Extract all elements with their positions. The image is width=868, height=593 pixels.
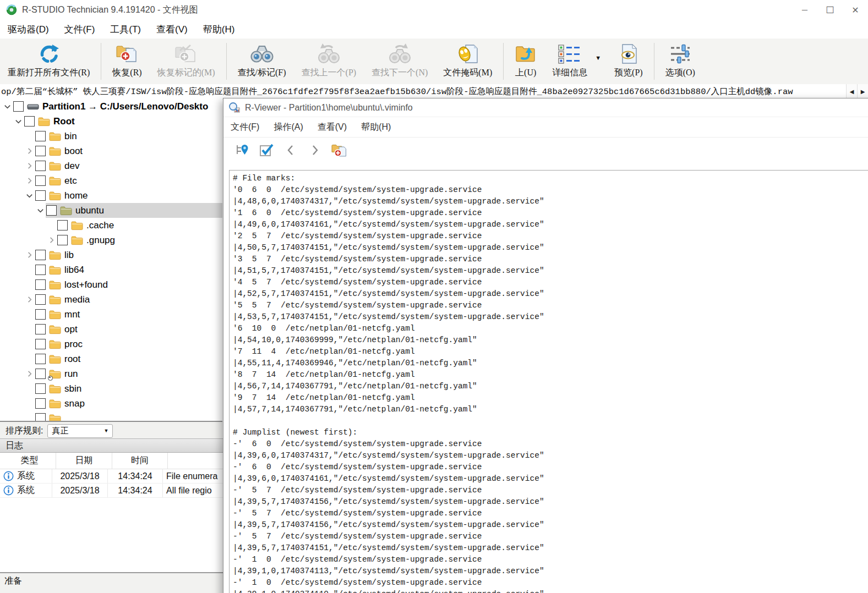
toolbar-button-find-next[interactable]: 查找下一个(N)	[364, 39, 435, 84]
chevron-down-icon[interactable]	[35, 205, 46, 216]
tree-item-media[interactable]: media	[0, 292, 222, 307]
tree-item-opt[interactable]: opt	[0, 322, 222, 337]
path-scroll-right-button[interactable]: ▶	[857, 84, 868, 99]
toolbar-button-reopen[interactable]: 重新打开所有文件(R)	[0, 39, 97, 84]
tree-item-root[interactable]: Root	[0, 114, 222, 129]
rviewer-menu-item-a[interactable]: 操作(A)	[266, 122, 310, 133]
tree-item-sbin[interactable]: sbin	[0, 381, 222, 396]
tree-checkbox[interactable]	[35, 250, 46, 260]
tree-checkbox[interactable]	[24, 116, 35, 127]
toolbar-button-preview[interactable]: 预览(P)	[607, 39, 651, 84]
menu-item-v[interactable]: 查看(V)	[149, 23, 195, 36]
tree-item-run[interactable]: run	[0, 366, 222, 381]
tree-spacer	[24, 309, 35, 320]
tree-item-lib[interactable]: lib	[0, 248, 222, 262]
toolbar-separator	[226, 43, 227, 80]
tree-checkbox[interactable]	[35, 413, 46, 421]
tree-item-root[interactable]: root	[0, 352, 222, 366]
tree-item-cache[interactable]: .cache	[0, 218, 222, 233]
tree-checkbox[interactable]	[46, 205, 57, 216]
tree-item-dev[interactable]: dev	[0, 158, 222, 173]
tree-checkbox[interactable]	[35, 398, 46, 409]
file-content-view[interactable]: # File marks:'0 6 0 /etc/systemd/system/…	[229, 170, 868, 593]
toolbar-button-recover-marked[interactable]: 恢复标记的(M)	[150, 39, 223, 84]
viewer-text-line: '0 6 0 /etc/systemd/system/system-upgrad…	[233, 185, 868, 197]
folder-icon	[49, 191, 61, 201]
sort-dropdown[interactable]: 真正 ▼	[47, 424, 113, 438]
menu-item-h[interactable]: 帮助(H)	[195, 23, 243, 36]
toolbar-button-up[interactable]: 上(U)	[507, 39, 544, 84]
tree-checkbox[interactable]	[57, 220, 68, 230]
log-col-type[interactable]: 类型	[0, 453, 56, 469]
rviewer-menu-item-f[interactable]: 文件(F)	[223, 122, 266, 133]
chevron-down-icon[interactable]	[24, 190, 35, 201]
tree-checkbox[interactable]	[35, 324, 46, 334]
tree-checkbox[interactable]	[35, 190, 46, 201]
tree-item-boot[interactable]: boot	[0, 144, 222, 158]
menu-item-d[interactable]: 驱动器(D)	[0, 23, 57, 36]
tree-item-bin[interactable]: bin	[0, 129, 222, 144]
tree-checkbox[interactable]	[35, 294, 46, 305]
tree-checkbox[interactable]	[35, 354, 46, 364]
tree-item-lib64[interactable]: lib64	[0, 262, 222, 277]
rviewer-menu-item-v[interactable]: 查看(V)	[310, 122, 354, 133]
tree-item-gnupg[interactable]: .gnupg	[0, 233, 222, 248]
tree-checkbox[interactable]	[35, 309, 46, 320]
tree-checkbox[interactable]	[13, 101, 24, 112]
tree-item-item[interactable]	[0, 411, 222, 421]
menu-item-t[interactable]: 工具(T)	[102, 23, 149, 36]
tree-checkbox[interactable]	[35, 131, 46, 141]
toolbar-separator	[654, 43, 654, 80]
mark-checkbox-button[interactable]	[254, 140, 279, 162]
toolbar-button-details[interactable]: 详细信息	[544, 39, 595, 84]
tree-item-home[interactable]: home	[0, 188, 222, 203]
path-scroll-left-button[interactable]: ◀	[846, 84, 857, 99]
tree-item-partition1-c-users-lenovo-deskto[interactable]: Partition1 → C:/Users/Lenovo/Deskto	[0, 99, 222, 114]
menu-item-f[interactable]: 文件(F)	[57, 23, 103, 36]
chevron-right-icon[interactable]	[24, 161, 35, 171]
log-col-date[interactable]: 日期	[56, 453, 112, 469]
recover-file-button[interactable]	[327, 140, 351, 162]
tree-checkbox[interactable]	[35, 383, 46, 394]
chevron-right-icon[interactable]	[24, 250, 35, 260]
chevron-right-icon[interactable]	[24, 146, 35, 156]
toolbar-button-mask[interactable]: 文件掩码(M)	[435, 39, 500, 84]
viewer-text-line: '8 7 14 /etc/netplan/01-netcfg.yaml	[233, 370, 868, 382]
chevron-right-icon[interactable]	[46, 235, 57, 245]
tree-item-proc[interactable]: proc	[0, 337, 222, 352]
chevron-right-icon[interactable]	[24, 369, 35, 379]
chevron-down-icon[interactable]	[2, 101, 13, 112]
tree-item-label: dev	[64, 161, 79, 172]
toolbar-button-find-prev[interactable]: 查找上一个(P)	[294, 39, 364, 84]
tree-checkbox[interactable]	[57, 235, 68, 245]
back-button[interactable]	[279, 140, 303, 162]
tree-item-etc[interactable]: etc	[0, 173, 222, 188]
toolbar-dropdown-caret[interactable]: ▼	[595, 39, 607, 84]
viewer-text-line: '9 7 14 /etc/netplan/01-netcfg.yaml	[233, 393, 868, 405]
toolbar-button-find[interactable]: 查找/标记(F)	[230, 39, 294, 84]
chevron-right-icon[interactable]	[24, 294, 35, 305]
tree-item-snap[interactable]: snap	[0, 396, 222, 411]
tree-item-lost-found[interactable]: lost+found	[0, 277, 222, 292]
chevron-right-icon[interactable]	[24, 175, 35, 186]
tree-checkbox[interactable]	[35, 175, 46, 186]
forward-button[interactable]	[303, 140, 327, 162]
chevron-down-icon[interactable]	[13, 116, 24, 127]
goto-position-button[interactable]	[230, 140, 254, 162]
magnifier-icon	[228, 102, 241, 114]
maximize-button[interactable]: ☐	[817, 0, 843, 20]
tree-checkbox[interactable]	[35, 279, 46, 290]
tree-checkbox[interactable]	[35, 161, 46, 171]
toolbar-button-recover[interactable]: 恢复(R)	[105, 39, 149, 84]
toolbar-button-options[interactable]: 选项(O)	[658, 39, 703, 84]
tree-item-ubuntu[interactable]: ubuntu	[0, 203, 222, 218]
tree-checkbox[interactable]	[35, 265, 46, 275]
close-button[interactable]: ✕	[843, 0, 868, 20]
log-col-time[interactable]: 时间	[112, 453, 168, 469]
minimize-button[interactable]: ─	[792, 0, 817, 20]
rviewer-menu-item-h[interactable]: 帮助(H)	[354, 122, 398, 133]
tree-checkbox[interactable]	[35, 146, 46, 156]
tree-checkbox[interactable]	[35, 369, 46, 379]
tree-item-mnt[interactable]: mnt	[0, 307, 222, 322]
tree-checkbox[interactable]	[35, 339, 46, 349]
